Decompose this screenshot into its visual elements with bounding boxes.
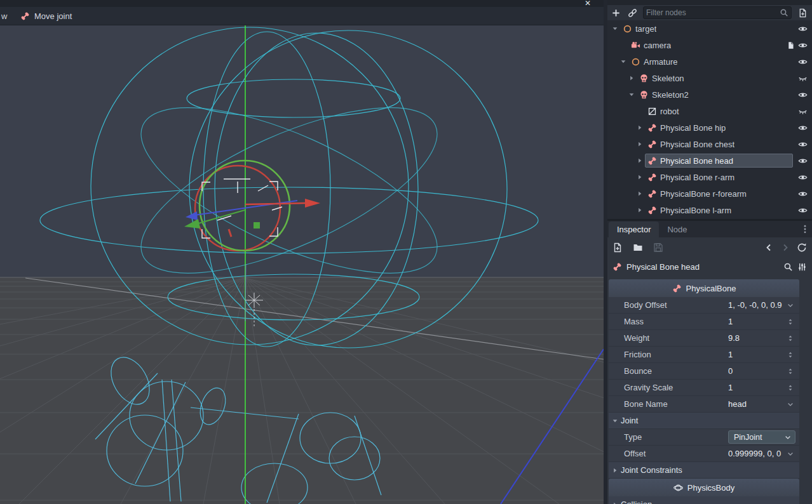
property-value[interactable]: 1 — [728, 383, 784, 392]
section-joint-constraints[interactable]: Joint Constraints — [609, 462, 799, 479]
instance-scene-button[interactable] — [626, 7, 638, 18]
category-physicsbody[interactable]: PhysicsBody — [609, 479, 799, 496]
stepper-icon[interactable] — [784, 384, 797, 392]
dock-menu-icon[interactable] — [800, 224, 810, 234]
stepper-icon[interactable] — [784, 351, 797, 359]
property-value[interactable]: 0.999999, 0, 0 — [728, 449, 784, 458]
expand-chevron-icon[interactable] — [784, 302, 797, 309]
tree-row-physical-bone-chest[interactable]: Physical Bone chest — [607, 136, 812, 152]
property-row-mass[interactable]: Mass 1 — [609, 314, 799, 330]
property-name: Bone Name — [624, 399, 728, 409]
tree-row-physicalbone-l-arm[interactable]: PhysicalBone l-arm — [607, 202, 812, 218]
tree-row-robot[interactable]: robot — [607, 103, 812, 119]
tree-node-label: PhysicalBone r-forearm — [660, 189, 747, 199]
property-tools-button[interactable] — [797, 262, 807, 272]
viewport-sky — [0, 0, 604, 277]
tree-node-label: Physical Bone chest — [660, 140, 734, 149]
viewport-canvas[interactable] — [0, 0, 604, 504]
view-menu-fragment[interactable]: w — [0, 11, 9, 21]
chevron-down-icon[interactable] — [626, 90, 637, 100]
tree-row-skeleton[interactable]: Skeleton — [607, 70, 812, 86]
expand-chevron-icon[interactable] — [784, 450, 797, 458]
eye-open-icon[interactable] — [797, 138, 808, 150]
dropdown-value: PinJoint — [734, 433, 762, 442]
mesh-icon — [647, 107, 657, 116]
eye-open-icon[interactable] — [797, 155, 808, 166]
viewport-3d[interactable]: ✕ w Move joint — [0, 0, 604, 504]
property-row-bounce[interactable]: Bounce 0 — [609, 363, 799, 380]
add-node-button[interactable] — [610, 7, 621, 18]
property-value[interactable]: 1 — [728, 350, 784, 359]
history-forward-button[interactable] — [780, 242, 790, 253]
chevron-right-icon[interactable] — [635, 172, 645, 182]
eye-open-icon[interactable] — [797, 171, 808, 183]
property-name: Type — [624, 432, 728, 442]
chevron-down-icon[interactable] — [610, 23, 620, 34]
section-joint[interactable]: Joint — [609, 413, 799, 429]
bone-icon — [672, 284, 682, 293]
tab-inspector[interactable]: Inspector — [609, 222, 659, 237]
joint-type-dropdown[interactable]: PinJoint — [728, 430, 795, 444]
node3d-icon — [631, 57, 640, 67]
property-row-body-offset[interactable]: Body Offset 1, -0, -0, 0, 0.9 — [609, 297, 799, 314]
stepper-icon[interactable] — [784, 335, 797, 342]
eye-open-icon[interactable] — [797, 122, 808, 133]
property-value[interactable]: 1 — [728, 317, 784, 326]
close-icon[interactable]: ✕ — [585, 0, 591, 7]
skeleton-icon — [639, 74, 649, 83]
property-row-weight[interactable]: Weight 9.8 — [609, 330, 799, 347]
chevron-right-icon[interactable] — [635, 123, 645, 133]
history-back-button[interactable] — [764, 242, 774, 253]
script-icon[interactable] — [785, 40, 795, 50]
attach-script-button[interactable] — [797, 7, 808, 18]
tree-row-physicalbone-r-forearm[interactable]: PhysicalBone r-forearm — [607, 185, 812, 202]
chevron-right-icon[interactable] — [635, 139, 645, 149]
chevron-right-icon[interactable] — [626, 73, 637, 83]
eye-closed-icon[interactable] — [797, 105, 808, 117]
stepper-icon[interactable] — [784, 318, 797, 326]
property-row-bone-name[interactable]: Bone Name head — [609, 396, 799, 413]
chevron-down-icon[interactable] — [618, 56, 628, 67]
category-physicalbone[interactable]: PhysicalBone — [609, 279, 799, 297]
object-history-button[interactable] — [797, 242, 807, 253]
filter-nodes-input[interactable] — [646, 8, 780, 17]
tab-node[interactable]: Node — [659, 222, 695, 237]
property-value[interactable]: head — [728, 399, 784, 409]
property-value[interactable]: 9.8 — [728, 333, 784, 343]
tree-node-label: PhysicalBone l-arm — [660, 206, 731, 215]
eye-open-icon[interactable] — [797, 204, 808, 216]
eye-open-icon[interactable] — [797, 188, 808, 199]
eye-open-icon[interactable] — [797, 23, 808, 34]
tree-row-physical-bone-r-arm[interactable]: Physical Bone r-arm — [607, 169, 812, 185]
eye-open-icon[interactable] — [797, 56, 808, 67]
load-resource-button[interactable] — [633, 242, 643, 253]
stepper-icon[interactable] — [784, 368, 797, 375]
chevron-right-icon[interactable] — [635, 156, 645, 166]
chevron-right-icon[interactable] — [635, 205, 645, 215]
search-properties-button[interactable] — [783, 262, 793, 272]
chevron-down-icon[interactable] — [784, 401, 797, 408]
tree-row-skeleton2[interactable]: Skeleton2 — [607, 86, 812, 103]
chevron-right-icon[interactable] — [635, 189, 645, 199]
chevron-down-icon — [611, 417, 619, 425]
property-row-friction[interactable]: Friction 1 — [609, 347, 799, 363]
eye-open-icon[interactable] — [797, 89, 808, 100]
property-name: Gravity Scale — [624, 383, 728, 392]
eye-open-icon[interactable] — [797, 39, 808, 51]
tree-row-physical-bone-head[interactable]: Physical Bone head — [607, 152, 812, 169]
chevron-down-icon — [784, 434, 792, 441]
tree-row-camera[interactable]: camera — [607, 37, 812, 53]
expander-spacer — [618, 40, 628, 50]
property-value[interactable]: 1, -0, -0, 0, 0.9 — [728, 300, 784, 310]
property-row-joint-type[interactable]: Type PinJoint — [609, 429, 799, 446]
tree-row-target[interactable]: target — [607, 20, 812, 37]
property-row-joint-offset[interactable]: Offset 0.999999, 0, 0 — [609, 446, 799, 462]
tree-row-armature[interactable]: Armature — [607, 53, 812, 70]
section-collision[interactable]: Collision — [609, 496, 799, 504]
property-row-gravity-scale[interactable]: Gravity Scale 1 — [609, 380, 799, 396]
tree-row-physical-bone-hip[interactable]: Physical Bone hip — [607, 119, 812, 136]
eye-closed-icon[interactable] — [797, 72, 808, 84]
new-resource-button[interactable] — [612, 242, 623, 253]
property-value[interactable]: 0 — [728, 366, 784, 376]
save-resource-button[interactable] — [653, 242, 663, 253]
